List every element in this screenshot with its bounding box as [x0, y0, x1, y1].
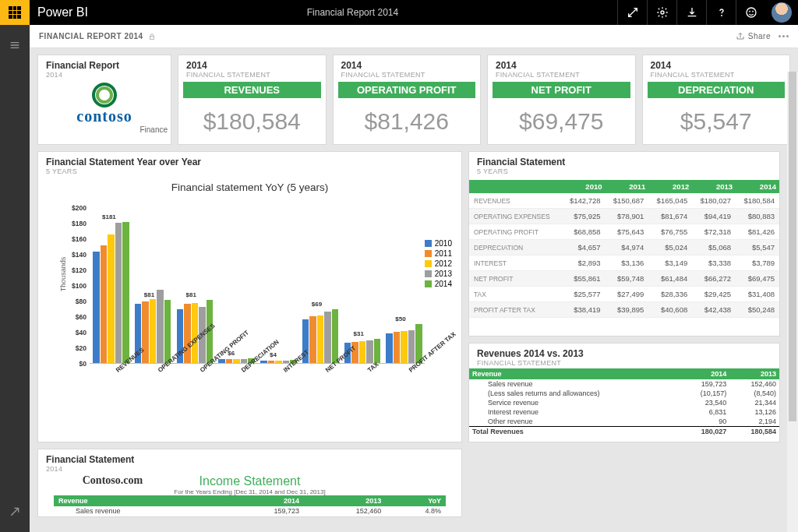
income-statement-tile[interactable]: Financial Statement2014 Contoso.com Inco… — [37, 449, 462, 517]
kpi-tile-3[interactable]: 2014FINANCIAL STATEMENTDEPRECIATION$5,54… — [642, 55, 791, 145]
app-launcher[interactable] — [0, 0, 30, 25]
gear-icon[interactable] — [647, 0, 676, 25]
svg-point-0 — [661, 11, 664, 14]
document-title: Financial Report 2014 — [88, 7, 617, 18]
svg-point-1 — [721, 15, 722, 16]
kpi-tile-1[interactable]: 2014FINANCIAL STATEMENTOPERATING PROFIT$… — [333, 55, 482, 145]
share-button[interactable]: Share — [736, 32, 771, 41]
revenues-tile[interactable]: Revenues 2014 vs. 2013FINANCIAL STATEMEN… — [468, 343, 780, 442]
dashboard-canvas: Financial Report2014 contoso Finance 201… — [30, 48, 798, 532]
feedback-icon[interactable] — [736, 0, 765, 25]
contoso-logo: contoso Finance — [38, 80, 171, 136]
bar-chart: Financial statement YoY (5 years) Thousa… — [38, 177, 461, 439]
help-icon[interactable] — [706, 0, 736, 25]
scrollbar[interactable] — [787, 72, 798, 532]
app-title: Power BI — [30, 5, 88, 19]
chart-legend: 20102011201220132014 — [425, 238, 452, 290]
left-rail — [0, 25, 30, 532]
scroll-thumb[interactable] — [789, 72, 796, 421]
svg-point-3 — [749, 11, 750, 12]
avatar[interactable] — [772, 2, 792, 23]
financial-table: 20102011201220132014Revenues$142,728$150… — [469, 180, 779, 318]
logo-tile[interactable]: Financial Report2014 contoso Finance — [37, 55, 171, 145]
sub-header: FINANCIAL REPORT 2014 Share — [30, 25, 798, 48]
income-table: Revenue20142013YoYSales revenue159,72315… — [54, 495, 446, 516]
svg-point-4 — [752, 11, 753, 12]
svg-point-2 — [747, 8, 756, 17]
financial-statement-tile[interactable]: Financial Statement5 YEARS 2010201120122… — [468, 151, 780, 336]
top-bar: Power BI Financial Report 2014 — [0, 0, 798, 25]
svg-rect-5 — [150, 36, 154, 39]
more-menu[interactable] — [779, 35, 789, 37]
download-icon[interactable] — [676, 0, 706, 25]
top-actions — [617, 0, 798, 25]
lock-icon — [148, 33, 156, 41]
revenues-table: Revenue20142013Sales revenue159,723152,4… — [469, 368, 779, 436]
kpi-tile-2[interactable]: 2014FINANCIAL STATEMENTNET PROFIT$69,475 — [487, 55, 636, 145]
breadcrumb[interactable]: FINANCIAL REPORT 2014 — [39, 32, 143, 41]
expand-icon[interactable] — [617, 0, 647, 25]
yoy-chart-tile[interactable]: Financial Statement Year over Year5 YEAR… — [37, 151, 462, 442]
kpi-tile-0[interactable]: 2014FINANCIAL STATEMENTREVENUES$180,584 — [178, 55, 327, 145]
menu-icon[interactable] — [0, 33, 30, 58]
popout-icon[interactable] — [0, 499, 30, 524]
